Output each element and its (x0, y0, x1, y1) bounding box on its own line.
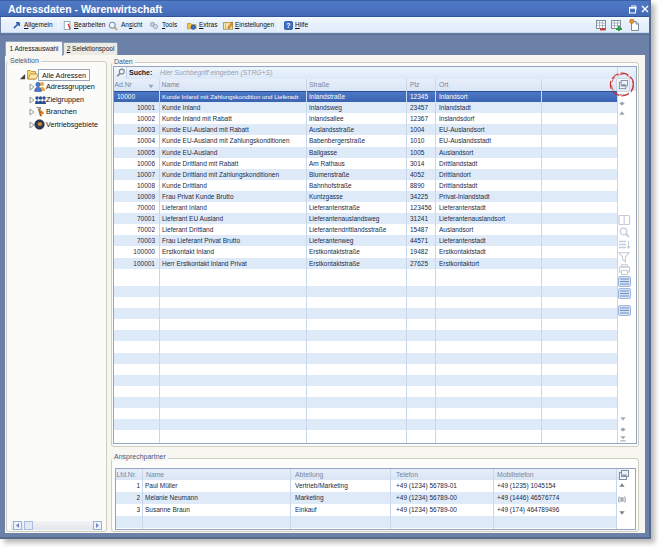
svg-text:?: ? (286, 22, 290, 29)
